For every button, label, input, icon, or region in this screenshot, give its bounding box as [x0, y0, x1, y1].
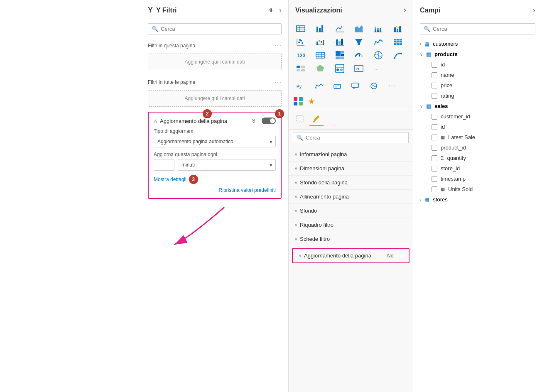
checkbox-products-rating[interactable] [432, 93, 437, 99]
field-sales-quantity[interactable]: Σ quantity [413, 153, 542, 163]
mostra-dettagli-link[interactable]: Mostra dettagli [154, 176, 186, 182]
eye-icon[interactable]: 👁 [268, 7, 274, 14]
section1-add-field-btn[interactable]: Aggiungere qui i campi dati [148, 54, 282, 70]
chevron-right-icon[interactable]: › [279, 6, 282, 15]
svg-rect-79 [334, 84, 341, 88]
checkbox-sales-units-sold[interactable] [432, 186, 437, 192]
viz-icon-stacked-bar[interactable] [370, 22, 386, 35]
viz-icon-ribbon[interactable] [332, 36, 348, 48]
unit-select[interactable]: minuti [178, 159, 276, 171]
checkbox-products-name[interactable] [432, 72, 437, 78]
viz-prop-allineamento[interactable]: ∨ Allineamento pagina [289, 190, 413, 204]
filtri-search-box[interactable]: 🔍 [148, 23, 282, 34]
viz-icon-bar-chart[interactable] [312, 22, 328, 35]
viz-icon-custom5[interactable]: ··· [370, 62, 386, 75]
viz-icon-more[interactable]: ··· [384, 80, 400, 92]
tree-item-stores[interactable]: › ▦ stores [413, 194, 542, 205]
ripristina-link[interactable]: Ripristina valori predefiniti [154, 187, 276, 193]
viz-icon-custom7[interactable] [329, 80, 345, 92]
field-products-price[interactable]: price [413, 80, 542, 91]
viz-prop-dimensioni[interactable]: ∨ Dimensioni pagina [289, 162, 413, 176]
field-label-quantity: quantity [447, 155, 466, 161]
checkbox-sales-product_id[interactable] [432, 145, 437, 151]
checkbox-sales-id[interactable] [432, 124, 437, 130]
campi-search-box[interactable]: 🔍 [420, 23, 535, 34]
chevron-up-icon[interactable]: ∧ [154, 118, 157, 124]
viz-icon-map[interactable] [370, 49, 386, 61]
section2-add-field-btn[interactable]: Aggiungere qui i campi dati [148, 90, 282, 107]
grid-icon[interactable] [294, 97, 304, 105]
svg-rect-19 [397, 29, 398, 32]
star-icon[interactable]: ★ [308, 96, 315, 106]
viz-icon-python[interactable]: Py [293, 80, 309, 92]
viz-icon-gauge[interactable] [351, 49, 367, 61]
viz-icon-custom6[interactable] [311, 80, 327, 92]
checkbox-products-id[interactable] [432, 62, 437, 68]
field-sales-units-sold[interactable]: ▦ Units Sold [413, 184, 542, 194]
field-sales-customer_id[interactable]: customer_id [413, 111, 542, 122]
field-products-id[interactable]: id [413, 59, 542, 70]
checkbox-sales-timestamp[interactable] [432, 176, 437, 182]
viz-icon-matrix[interactable] [312, 49, 328, 61]
field-products-name[interactable]: name [413, 70, 542, 80]
viz-props-search-input[interactable] [306, 135, 405, 141]
viz-icon-table[interactable] [293, 22, 309, 35]
viz-icon-custom1[interactable] [293, 62, 309, 75]
viz-prop-schede[interactable]: ∨ Schede filtro [289, 232, 413, 246]
viz-prop-sfondo-pagina[interactable]: ∨ Sfondo della pagina [289, 176, 413, 190]
viz-icon-combo-chart[interactable] [390, 22, 406, 35]
viz-prop-riquadro[interactable]: ∨ Riquadro filtro [289, 218, 413, 232]
svg-rect-5 [316, 27, 318, 32]
type-select[interactable]: Aggiornamento pagina automatico [154, 136, 276, 147]
tree-item-customers[interactable]: › ▦ customers [413, 39, 542, 49]
unit-select-wrapper[interactable]: minuti [178, 159, 276, 171]
viz-chevron-right-icon[interactable]: › [404, 6, 406, 15]
format-paint-icon[interactable] [309, 112, 324, 126]
checkbox-sales-latest-sale[interactable] [432, 135, 437, 140]
viz-props-search-box[interactable]: 🔍 [293, 132, 409, 143]
type-select-wrapper[interactable]: Aggiornamento pagina automatico [154, 136, 276, 147]
filtri-search-input[interactable] [161, 26, 278, 32]
checkbox-sales-customer_id[interactable] [432, 114, 437, 120]
viz-prop-aggiornamento-highlighted[interactable]: ∨ Aggiornamento della pagina No – – [292, 248, 410, 263]
format-field-icon[interactable] [293, 112, 307, 126]
viz-icon-line-chart[interactable] [332, 22, 348, 35]
section2-dots-menu[interactable]: ··· [275, 78, 282, 86]
viz-icon-filter-table[interactable] [390, 36, 406, 48]
table-icon-sales: ▦ [426, 103, 431, 109]
field-sales-store_id[interactable]: store_id [413, 163, 542, 174]
viz-icon-custom4[interactable]: R [351, 62, 367, 75]
tree-item-products[interactable]: ∨ ▦ products [413, 49, 542, 59]
viz-icon-line2[interactable] [370, 36, 386, 48]
svg-rect-16 [380, 28, 381, 32]
viz-icon-treemap[interactable] [332, 49, 348, 61]
viz-icon-custom3[interactable] [332, 62, 348, 75]
field-sales-id[interactable]: id [413, 122, 542, 132]
viz-icon-area-chart[interactable] [351, 22, 367, 35]
checkbox-sales-quantity[interactable] [432, 155, 437, 161]
viz-icon-speech-bubble[interactable] [348, 80, 363, 92]
campi-chevron-right-icon[interactable]: › [533, 6, 535, 15]
viz-icon-funnel[interactable] [351, 36, 367, 48]
section1-dots-menu[interactable]: ··· [275, 42, 282, 49]
checkbox-sales-store_id[interactable] [432, 166, 437, 172]
viz-icon-custom8[interactable] [366, 80, 382, 92]
toggle-switch[interactable] [262, 118, 276, 124]
campi-search-input[interactable] [433, 26, 532, 32]
viz-prop-sfondo[interactable]: ∨ Sfondo [289, 204, 413, 218]
viz-icon-scatter[interactable] [293, 36, 309, 48]
campi-header: Campi › [413, 0, 542, 19]
checkbox-products-price[interactable] [432, 83, 437, 88]
field-sales-product_id[interactable]: product_id [413, 142, 542, 153]
tree-item-sales[interactable]: ∨ ▦ sales [413, 101, 542, 111]
viz-icon-arc-map[interactable] [390, 49, 406, 61]
viz-icon-waterfall[interactable] [312, 36, 328, 48]
viz-prop-informazioni[interactable]: ∨ Informazioni pagina [289, 147, 413, 162]
field-sales-timestamp[interactable]: timestamp [413, 174, 542, 184]
viz-icon-number[interactable]: 123 [293, 49, 309, 61]
interval-input[interactable]: 30 [154, 159, 174, 171]
viz-icon-custom2[interactable] [312, 62, 328, 75]
field-products-rating[interactable]: rating [413, 91, 542, 101]
field-sales-latest-sale[interactable]: ▦ Latest Sale [413, 132, 542, 142]
viz-prop-aggiornamento[interactable]: ∨ Aggiornamento della pagina No – – [293, 249, 409, 262]
